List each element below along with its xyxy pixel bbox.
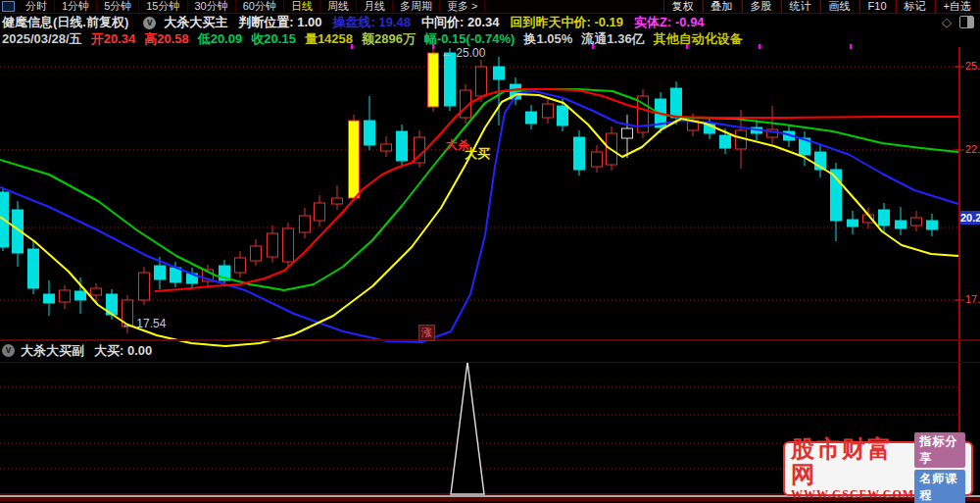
low-price-label: ← 17.54 — [122, 317, 166, 330]
candle-body — [268, 233, 278, 257]
menu-button-叠加[interactable]: 叠加 — [703, 0, 742, 13]
candle-body — [349, 121, 360, 198]
ohlc-field: 高20.58 — [144, 30, 189, 48]
indicator-field: 实体Z: -0.94 — [634, 14, 705, 31]
candle-body — [720, 135, 731, 148]
rise-badge: 涨 — [418, 325, 435, 341]
candle-body — [543, 104, 554, 118]
sub-indicator-value: 大买: 0.00 — [94, 342, 152, 360]
candle-body — [91, 288, 102, 295]
candle-body — [283, 228, 294, 262]
ma_short-line — [0, 94, 958, 346]
candle-body — [75, 291, 86, 300]
candle-body — [28, 249, 39, 288]
watermark-box: 股市财富网 WWW.GSCFW.COM 指标分享 名师课程 — [783, 441, 973, 496]
watermark-badge-2: 名师课程 — [914, 470, 965, 503]
indicator-values: 判断位置: 1.00操盘线: 19.48中间价: 20.34回到昨天中价: -0… — [238, 14, 714, 31]
last-price-box: 20.2 — [959, 211, 980, 225]
chevron-down-icon[interactable]: v — [143, 17, 156, 29]
ohlc-field: 额2896万 — [362, 30, 416, 48]
row1-right-icons: ◇ — [942, 16, 974, 28]
candle-body — [911, 218, 922, 226]
split-panel-icon[interactable] — [959, 16, 974, 28]
tool-menu: 复权叠加多股统计画线F10标记+自选 — [663, 0, 980, 13]
ohlc-field: 收20.15 — [251, 30, 296, 48]
watermark-text: 股市财富网 WWW.GSCFW.COM — [791, 436, 914, 501]
peak-price-label: ← 25.00 — [441, 46, 485, 60]
candle-body — [397, 131, 408, 161]
menu-item-周线[interactable]: 周线 — [320, 0, 357, 13]
ohlc-field: 流通1.36亿 — [581, 30, 644, 48]
menu-button-复权[interactable]: 复权 — [663, 0, 703, 13]
indicator-field: 中间价: 20.34 — [421, 14, 499, 31]
candle-body — [927, 221, 938, 229]
indicator-field: 判断位置: 1.00 — [238, 14, 321, 31]
menu-item-15分钟[interactable]: 15分钟 — [139, 0, 187, 13]
menu-item-多周期[interactable]: 多周期 — [393, 0, 440, 13]
menu-button-统计[interactable]: 统计 — [781, 0, 820, 13]
candle-body — [476, 67, 487, 96]
watermark-site-url: WWW.GSCFW.COM — [791, 487, 914, 501]
main-indicator-name[interactable]: 大杀大买主 — [164, 14, 227, 31]
candle-body — [365, 121, 375, 145]
candle-body — [526, 112, 537, 124]
menu-item-分时[interactable]: 分时 — [19, 0, 55, 13]
ohlc-field: 其他自动化设备 — [654, 30, 743, 48]
menu-item-30分钟[interactable]: 30分钟 — [188, 0, 236, 13]
menu-button-+自选[interactable]: +自选 — [935, 0, 980, 13]
indicator-field: 回到昨天中价: -0.19 — [511, 14, 624, 31]
indicator-field: 操盘线: 19.48 — [333, 14, 411, 31]
ohlc-field: 开20.34 — [91, 30, 136, 48]
menu-item-月线[interactable]: 月线 — [357, 0, 393, 13]
ohlc-field: 幅-0.15(-0.74%) — [424, 30, 514, 48]
watermark-badge-1: 指标分享 — [914, 432, 965, 468]
candlestick-chart[interactable] — [0, 0, 980, 503]
chevron-down-icon[interactable]: v — [2, 344, 15, 357]
menu-item-5分钟[interactable]: 5分钟 — [97, 0, 139, 13]
candle-body — [300, 216, 311, 232]
watermark-site-name: 股市财富网 — [791, 436, 914, 487]
menu-item-1分钟[interactable]: 1分钟 — [55, 0, 97, 13]
candle-body — [251, 246, 262, 261]
indicator-info-row: 健麾信息(日线.前复权) v 大杀大买主 判断位置: 1.00操盘线: 19.4… — [2, 15, 978, 30]
buy-signal-triangle — [451, 362, 484, 494]
menu-item-更多 >[interactable]: 更多 > — [440, 0, 485, 13]
menu-item-日线[interactable]: 日线 — [284, 0, 320, 13]
sub-indicator-header: v 大杀大买副 大买: 0.00 — [2, 342, 978, 359]
candle-body — [671, 88, 682, 118]
candle-body — [622, 128, 633, 138]
axis-tick-label: 25.00 — [965, 60, 980, 72]
buy-signal-text: 大买 — [465, 145, 490, 163]
candle-body — [848, 220, 858, 226]
menu-button-多股[interactable]: 多股 — [742, 0, 781, 13]
stock-title: 健麾信息(日线.前复权) — [2, 14, 128, 31]
candle-body — [60, 290, 71, 302]
menu-button-画线[interactable]: 画线 — [820, 0, 859, 13]
ohlc-field: 换1.05% — [523, 30, 572, 48]
watermark-badges: 指标分享 名师课程 — [914, 430, 965, 503]
candle-body — [879, 210, 890, 226]
menu-button-标记[interactable]: 标记 — [896, 0, 935, 13]
diamond-icon[interactable]: ◇ — [942, 16, 952, 28]
ohlc-field: 低20.09 — [198, 30, 243, 48]
candle-body — [896, 221, 906, 228]
candle-body — [44, 294, 55, 303]
ohlc-field: 2025/03/28/五 — [2, 30, 82, 48]
ohlc-field: 量14258 — [305, 30, 353, 48]
candle-body — [381, 144, 392, 151]
candle-body — [139, 273, 150, 300]
period-menu: 分时1分钟5分钟15分钟30分钟60分钟日线周线月线多周期更多 > — [19, 0, 485, 13]
menu-item-60分钟[interactable]: 60分钟 — [236, 0, 284, 13]
candle-body — [494, 67, 505, 79]
candle-body — [235, 258, 246, 273]
menu-button-F10[interactable]: F10 — [859, 0, 896, 13]
sub-indicator-name[interactable]: 大杀大买副 — [21, 342, 84, 360]
top-menu-bar: 分时1分钟5分钟15分钟30分钟60分钟日线周线月线多周期更多 > 复权叠加多股… — [0, 0, 980, 14]
candle-body — [445, 53, 456, 106]
candle-body — [736, 130, 747, 149]
candle-body — [315, 203, 325, 221]
candle-body — [332, 198, 343, 204]
axis-tick-label: 22.50 — [965, 143, 980, 155]
ohlc-info-row: 2025/03/28/五开20.34高20.58低20.09收20.15量142… — [2, 31, 978, 46]
app-icon[interactable] — [2, 1, 15, 12]
